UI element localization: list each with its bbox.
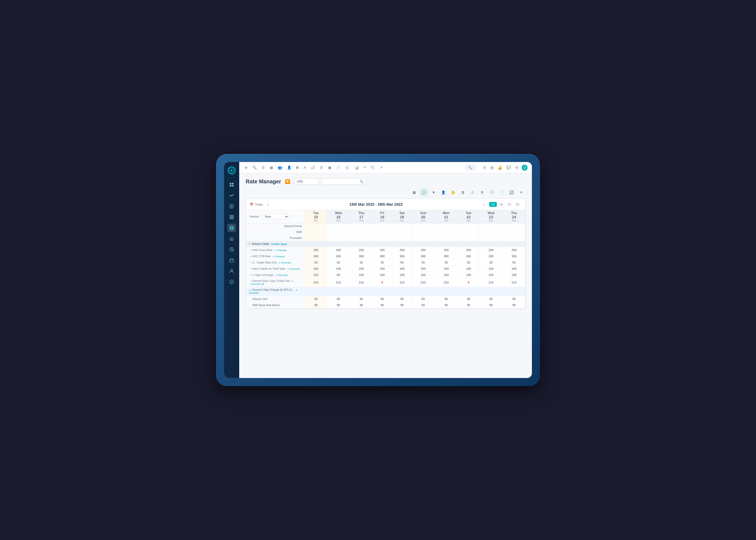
cell[interactable] bbox=[350, 241, 372, 247]
cell[interactable] bbox=[392, 223, 412, 229]
sidebar-item-properties[interactable] bbox=[227, 256, 236, 265]
cell-val[interactable]: 100 bbox=[458, 272, 479, 278]
cell-val[interactable]: 200 bbox=[350, 247, 372, 253]
action-icon-user[interactable]: 👤 bbox=[440, 189, 447, 196]
cell-val[interactable]: 90 bbox=[306, 296, 326, 302]
range-tab-56[interactable]: 56 bbox=[514, 202, 521, 207]
cell[interactable] bbox=[326, 287, 350, 296]
cell-val[interactable]: 90 bbox=[435, 302, 458, 308]
cell[interactable] bbox=[412, 235, 435, 241]
cell-val[interactable]: 100 bbox=[435, 272, 458, 278]
cell[interactable] bbox=[372, 223, 392, 229]
cell-val[interactable]: 90 bbox=[392, 302, 412, 308]
cell-val[interactable]: 90 bbox=[412, 296, 435, 302]
cell-val[interactable]: 100 bbox=[503, 266, 525, 272]
cell[interactable] bbox=[458, 287, 479, 296]
cell[interactable] bbox=[503, 235, 525, 241]
cell[interactable] bbox=[372, 229, 392, 235]
cell[interactable] bbox=[350, 287, 372, 296]
cell[interactable] bbox=[435, 241, 458, 247]
cell-val[interactable]: 50 bbox=[326, 259, 350, 266]
cell-val[interactable]: 300 bbox=[479, 253, 503, 259]
sidebar-item-analytics[interactable] bbox=[227, 245, 236, 254]
cell[interactable] bbox=[326, 229, 350, 235]
toolbar-icon-trend[interactable]: 📉 bbox=[369, 165, 376, 170]
sidebar-item-profile[interactable] bbox=[227, 267, 236, 275]
cell[interactable] bbox=[350, 235, 372, 241]
cell-val[interactable]: 50 bbox=[372, 259, 392, 266]
cell[interactable] bbox=[392, 235, 412, 241]
toolbar-icon-view1[interactable]: ⊟ bbox=[482, 165, 487, 170]
cell-val[interactable]: 300 bbox=[503, 253, 525, 259]
cell-val[interactable]: 90 bbox=[372, 296, 392, 302]
cell-val[interactable]: 210 bbox=[392, 278, 412, 287]
toolbar-icon-stats[interactable]: 📊 bbox=[353, 165, 360, 170]
cell[interactable] bbox=[435, 229, 458, 235]
cell[interactable] bbox=[435, 223, 458, 229]
cell[interactable] bbox=[306, 223, 326, 229]
cell-val[interactable]: 100 bbox=[392, 266, 412, 272]
cell-val[interactable]: 100 bbox=[435, 266, 458, 272]
cell[interactable] bbox=[412, 241, 435, 247]
cell-val[interactable]: 200 bbox=[479, 247, 503, 253]
cell-val[interactable]: 90 bbox=[326, 296, 350, 302]
action-icon-settings[interactable]: ⚙ bbox=[478, 189, 486, 196]
cell[interactable] bbox=[458, 229, 479, 235]
cell-val[interactable]: 90 bbox=[435, 296, 458, 302]
cell-val[interactable]: 90 bbox=[503, 296, 525, 302]
cell-val[interactable]: 210 bbox=[479, 278, 503, 287]
cell-val[interactable]: 50 bbox=[503, 259, 525, 266]
toolbar-icon-table[interactable]: ▣ bbox=[327, 165, 332, 170]
action-icon-delete[interactable]: 🗑 bbox=[459, 189, 466, 196]
action-icon-close[interactable]: ✕ bbox=[517, 189, 525, 196]
cell-val[interactable]: 300 bbox=[435, 253, 458, 259]
cell-val[interactable]: 90 bbox=[503, 302, 525, 308]
sidebar-item-rooms[interactable] bbox=[227, 234, 236, 243]
cell[interactable] bbox=[479, 229, 503, 235]
cell-val[interactable]: 100 bbox=[479, 272, 503, 278]
cell-val[interactable]: 300 bbox=[392, 253, 412, 259]
toolbar-icon-list[interactable]: ☰ bbox=[261, 165, 266, 170]
cell-val[interactable]: 90 bbox=[372, 302, 392, 308]
cell[interactable] bbox=[503, 241, 525, 247]
sidebar-item-add[interactable] bbox=[227, 202, 236, 210]
cell-val[interactable]: 80 bbox=[326, 272, 350, 278]
cell[interactable] bbox=[372, 287, 392, 296]
action-icon-chat[interactable]: 💬 bbox=[420, 189, 428, 196]
cell-val[interactable]: 100 bbox=[412, 272, 435, 278]
cell-val[interactable]: 200 bbox=[372, 247, 392, 253]
action-icon-warning[interactable]: ⚠ bbox=[469, 189, 476, 196]
toolbar-icon-gear[interactable]: ⚙ bbox=[514, 165, 520, 170]
cell[interactable] bbox=[306, 235, 326, 241]
cell-val[interactable]: 300 bbox=[458, 253, 479, 259]
cell-val[interactable]: 0 bbox=[372, 278, 392, 287]
action-icon-info[interactable]: ⓘ bbox=[488, 189, 496, 196]
cell[interactable] bbox=[503, 223, 525, 229]
cell-val[interactable]: 300 bbox=[412, 253, 435, 259]
cell[interactable] bbox=[350, 229, 372, 235]
cell-val[interactable]: 50 bbox=[306, 259, 326, 266]
cell[interactable] bbox=[458, 241, 479, 247]
toolbar-icon-list2[interactable]: ☰ bbox=[319, 165, 324, 170]
action-icon-filter[interactable]: ▼ bbox=[430, 189, 438, 196]
cell-val[interactable]: 100 bbox=[392, 272, 412, 278]
action-icon-hand[interactable]: 🖐 bbox=[449, 189, 457, 196]
cell-val[interactable]: 100 bbox=[350, 272, 372, 278]
cell[interactable] bbox=[412, 223, 435, 229]
toolbar-icon-cart[interactable]: 🛒 bbox=[344, 165, 351, 170]
cell[interactable] bbox=[392, 287, 412, 296]
cell-val[interactable]: 90 bbox=[458, 302, 479, 308]
cell-val[interactable]: 90 bbox=[306, 302, 326, 308]
action-icon-refresh[interactable]: 🔄 bbox=[508, 189, 515, 196]
cell-val[interactable]: 300 bbox=[350, 253, 372, 259]
cell-val[interactable]: 90 bbox=[350, 296, 372, 302]
cell[interactable] bbox=[479, 235, 503, 241]
cell[interactable] bbox=[326, 241, 350, 247]
range-tab-14[interactable]: 14 bbox=[489, 202, 497, 207]
cell-val[interactable]: 100 bbox=[326, 266, 350, 272]
cell[interactable] bbox=[435, 287, 458, 296]
toolbar-icon-users[interactable]: 👥 bbox=[277, 165, 283, 170]
toolbar-icon-refresh[interactable]: ⊕ bbox=[244, 165, 249, 170]
rate-search-icon[interactable]: 🔍 bbox=[357, 179, 366, 185]
display-select[interactable]: Rate Availability bbox=[261, 214, 289, 219]
